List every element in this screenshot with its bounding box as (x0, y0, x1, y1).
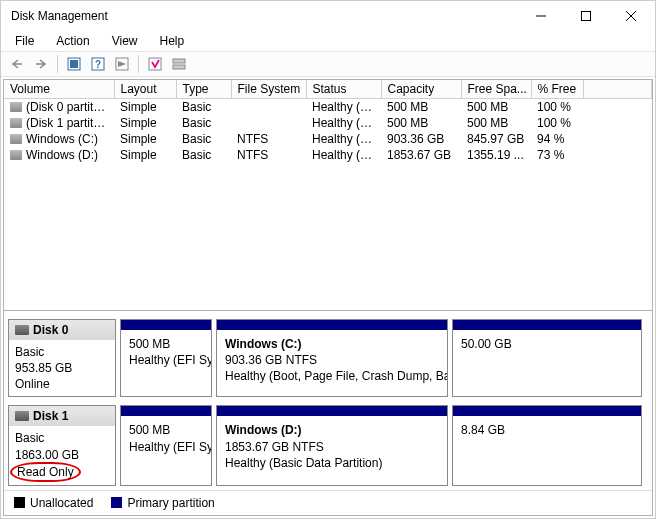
partition-name: Windows (C:) (225, 336, 439, 352)
disk-label: Disk 1 (33, 409, 68, 423)
volume-row[interactable]: (Disk 0 partition 2)SimpleBasicHealthy (… (4, 99, 652, 116)
legend-item-primary: Primary partition (111, 496, 214, 510)
menu-file[interactable]: File (5, 32, 44, 50)
disk-icon (15, 411, 29, 421)
partition-stripe (217, 320, 447, 330)
close-button[interactable] (608, 2, 653, 30)
partition-size: 500 MB (129, 336, 203, 352)
partition-status: Healthy (EFI System P (129, 439, 203, 455)
disk-status: Read Only (15, 463, 109, 481)
partition-stripe (121, 320, 211, 330)
drive-icon (10, 118, 22, 128)
partition-status: Healthy (Boot, Page File, Crash Dump, Ba… (225, 368, 439, 384)
partition-status: Healthy (EFI System (129, 352, 203, 368)
svg-rect-11 (173, 65, 185, 69)
disk-info-box[interactable]: Disk 1Basic1863.00 GBRead Only (8, 405, 116, 486)
disk-info-box[interactable]: Disk 0Basic953.85 GBOnline (8, 319, 116, 398)
svg-rect-5 (70, 60, 78, 68)
svg-rect-1 (581, 12, 590, 21)
menu-action[interactable]: Action (46, 32, 99, 50)
partition-box[interactable]: 50.00 GB (452, 319, 642, 398)
partition-status: Healthy (Basic Data Partition) (225, 455, 439, 471)
partition-box[interactable]: 500 MBHealthy (EFI System P (120, 405, 212, 486)
disk-size: 953.85 GB (15, 360, 109, 376)
column-headers[interactable]: Volume Layout Type File System Status Ca… (4, 80, 652, 99)
col-capacity[interactable]: Capacity (381, 80, 461, 99)
partition-stripe (453, 320, 641, 330)
partition-box[interactable]: Windows (C:)903.36 GB NTFSHealthy (Boot,… (216, 319, 448, 398)
menu-view[interactable]: View (102, 32, 148, 50)
col-volume[interactable]: Volume (4, 80, 114, 99)
col-layout[interactable]: Layout (114, 80, 176, 99)
svg-rect-10 (173, 59, 185, 63)
volume-list[interactable]: Volume Layout Type File System Status Ca… (4, 80, 652, 311)
drive-icon (10, 102, 22, 112)
partition-box[interactable]: 500 MBHealthy (EFI System (120, 319, 212, 398)
partition-name: Windows (D:) (225, 422, 439, 438)
toolbar-separator (57, 55, 58, 73)
partition-stripe (453, 406, 641, 416)
col-pct[interactable]: % Free (531, 80, 583, 99)
swatch-primary (111, 497, 122, 508)
partition-box[interactable]: Windows (D:)1853.67 GB NTFSHealthy (Basi… (216, 405, 448, 486)
svg-text:?: ? (95, 59, 101, 70)
partition-stripe (217, 406, 447, 416)
col-extra[interactable] (583, 80, 652, 99)
disk-row: Disk 0Basic953.85 GBOnline500 MBHealthy … (4, 315, 652, 402)
content-area: Volume Layout Type File System Status Ca… (3, 79, 653, 516)
maximize-button[interactable] (563, 2, 608, 30)
disk-label: Disk 0 (33, 323, 68, 337)
volume-row[interactable]: (Disk 1 partition 2)SimpleBasicHealthy (… (4, 115, 652, 131)
disk-icon (15, 325, 29, 335)
partition-row: 500 MBHealthy (EFI SystemWindows (C:)903… (120, 319, 644, 398)
disk-type: Basic (15, 344, 109, 360)
title-bar: Disk Management (1, 1, 655, 31)
window-title: Disk Management (11, 9, 518, 23)
disk-list-button[interactable] (143, 53, 167, 75)
graphical-view: Disk 0Basic953.85 GBOnline500 MBHealthy … (4, 311, 652, 490)
col-status[interactable]: Status (306, 80, 381, 99)
disk-type: Basic (15, 430, 109, 446)
col-type[interactable]: Type (176, 80, 231, 99)
volume-row[interactable]: Windows (D:)SimpleBasicNTFSHealthy (B...… (4, 147, 652, 163)
minimize-button[interactable] (518, 2, 563, 30)
disk-status: Online (15, 376, 109, 392)
drive-icon (10, 150, 22, 160)
swatch-unallocated (14, 497, 25, 508)
back-button[interactable] (5, 53, 29, 75)
col-fs[interactable]: File System (231, 80, 306, 99)
partition-row: 500 MBHealthy (EFI System PWindows (D:)1… (120, 405, 644, 486)
partition-box[interactable]: 8.84 GB (452, 405, 642, 486)
drive-icon (10, 134, 22, 144)
toolbar-separator (138, 55, 139, 73)
disk-row: Disk 1Basic1863.00 GBRead Only500 MBHeal… (4, 401, 652, 490)
volume-row[interactable]: Windows (C:)SimpleBasicNTFSHealthy (B...… (4, 131, 652, 147)
properties-button[interactable]: ? (86, 53, 110, 75)
col-free[interactable]: Free Spa... (461, 80, 531, 99)
forward-button[interactable] (29, 53, 53, 75)
partition-size: 903.36 GB NTFS (225, 352, 439, 368)
menu-help[interactable]: Help (150, 32, 195, 50)
disk-size: 1863.00 GB (15, 447, 109, 463)
action-button[interactable] (110, 53, 134, 75)
graphical-view-button[interactable] (167, 53, 191, 75)
partition-size: 1853.67 GB NTFS (225, 439, 439, 455)
partition-size: 50.00 GB (461, 336, 633, 352)
partition-size: 8.84 GB (461, 422, 633, 438)
legend: Unallocated Primary partition (4, 490, 652, 515)
partition-size: 500 MB (129, 422, 203, 438)
refresh-button[interactable] (62, 53, 86, 75)
menu-bar: File Action View Help (1, 31, 655, 51)
partition-stripe (121, 406, 211, 416)
legend-item-unallocated: Unallocated (14, 496, 93, 510)
toolbar: ? (1, 51, 655, 77)
